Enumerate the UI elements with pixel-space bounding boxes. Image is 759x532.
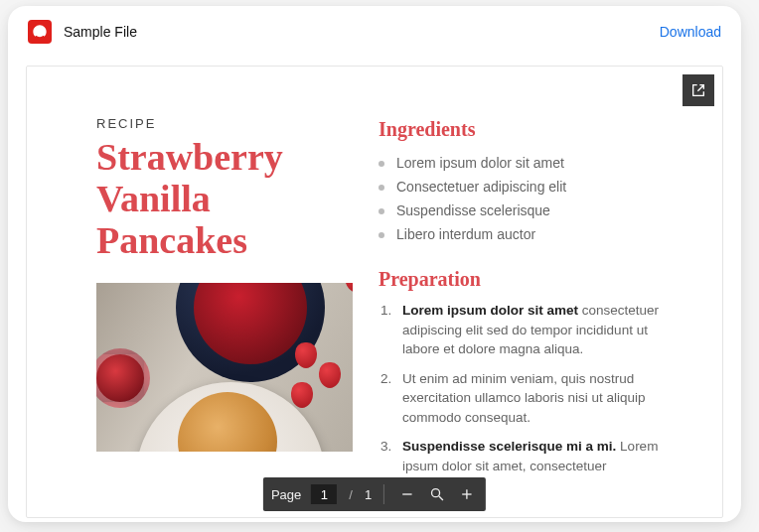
zoom-reset-button[interactable] [426, 483, 448, 505]
app-window: Sample File Download RECIPE Strawberry V… [8, 6, 741, 522]
minus-icon [399, 486, 415, 502]
ingredients-list: Lorem ipsum dolor sit amet Consectetuer … [379, 151, 673, 246]
preparation-heading: Preparation [379, 268, 673, 291]
preparation-steps: Lorem ipsum dolor sit amet consectetuer … [379, 301, 673, 486]
page-label: Page [271, 487, 301, 502]
magnifier-icon [429, 486, 445, 502]
ingredient-item: Suspendisse scelerisque [379, 199, 673, 222]
total-pages: 1 [365, 487, 372, 502]
page-separator: / [349, 487, 353, 502]
download-link[interactable]: Download [660, 24, 721, 40]
page-number-input[interactable] [311, 484, 337, 504]
header-bar: Sample File Download [8, 6, 741, 54]
plus-icon [459, 486, 475, 502]
recipe-photo [96, 283, 353, 452]
pdf-file-icon [28, 20, 52, 44]
kicker: RECIPE [96, 116, 345, 131]
file-name: Sample File [64, 24, 137, 40]
left-column: RECIPE Strawberry Vanilla Pancakes [96, 116, 345, 517]
zoom-in-button[interactable] [456, 483, 478, 505]
recipe-title: Strawberry Vanilla Pancakes [96, 137, 345, 261]
document-page: RECIPE Strawberry Vanilla Pancakes Ingre… [27, 66, 722, 517]
ingredient-item: Consectetuer adipiscing elit [379, 175, 673, 199]
right-column: Ingredients Lorem ipsum dolor sit amet C… [379, 116, 673, 517]
page-toolbar: Page / 1 [263, 477, 486, 511]
svg-line-2 [439, 496, 443, 500]
ingredient-item: Lorem ipsum dolor sit amet [379, 151, 673, 175]
svg-point-1 [432, 489, 440, 497]
external-link-icon [690, 82, 706, 98]
ingredients-heading: Ingredients [379, 118, 673, 141]
popout-button[interactable] [683, 74, 714, 106]
pdf-viewer: RECIPE Strawberry Vanilla Pancakes Ingre… [26, 66, 723, 518]
step-item: Ut enim ad minim veniam, quis nostrud ex… [379, 369, 673, 438]
zoom-out-button[interactable] [396, 483, 418, 505]
step-item: Lorem ipsum dolor sit amet consectetuer … [379, 301, 673, 369]
toolbar-divider [383, 484, 384, 504]
ingredient-item: Libero interdum auctor [379, 222, 673, 246]
